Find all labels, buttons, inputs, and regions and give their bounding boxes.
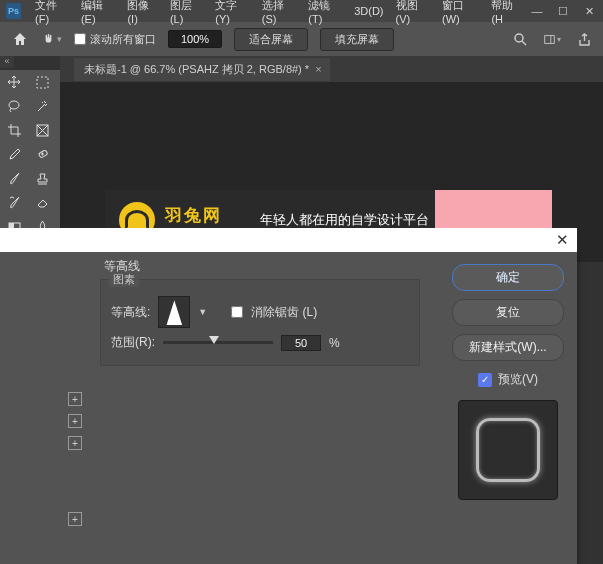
fieldset-legend: 图素 <box>109 272 139 287</box>
preview-label: 预览(V) <box>498 371 538 388</box>
menu-image[interactable]: 图像(I) <box>121 0 163 25</box>
dialog-left-panel: + + + + <box>0 258 90 564</box>
search-icon[interactable] <box>511 30 529 48</box>
app-logo: Ps <box>6 3 21 19</box>
options-bar: ▾ 滚动所有窗口 100% 适合屏幕 填充屏幕 ▾ <box>0 22 603 56</box>
scroll-all-label: 滚动所有窗口 <box>90 32 156 47</box>
chevron-down-icon[interactable]: ▼ <box>198 307 207 317</box>
menu-filter[interactable]: 滤镜(T) <box>302 0 348 25</box>
dialog-content: 等高线 图素 等高线: ▼ 消除锯齿 (L) 范围(R): 50 % <box>100 258 430 366</box>
plus-icon[interactable]: + <box>68 414 82 428</box>
menu-window[interactable]: 窗口(W) <box>436 0 485 25</box>
healing-tool-icon[interactable] <box>28 142 56 166</box>
toolbox <box>0 70 60 238</box>
zoom-level[interactable]: 100% <box>168 30 222 48</box>
preview-toggle[interactable]: ✓ 预览(V) <box>478 371 538 388</box>
style-preview <box>458 400 558 500</box>
document-tab-title: 未标题-1 @ 66.7% (PSAHZ 拷贝 2, RGB/8#) * <box>84 62 309 77</box>
chevron-down-icon: ▾ <box>57 34 62 44</box>
new-style-button[interactable]: 新建样式(W)... <box>452 334 564 361</box>
svg-point-5 <box>9 101 19 109</box>
dialog-right-panel: 确定 复位 新建样式(W)... ✓ 预览(V) <box>449 264 567 500</box>
contour-thumbnail <box>161 299 187 325</box>
hand-tool-icon[interactable]: ▾ <box>42 29 62 49</box>
crop-tool-icon[interactable] <box>0 118 28 142</box>
window-controls: — ☐ ✕ <box>529 4 597 18</box>
antialias-checkbox[interactable] <box>231 306 243 318</box>
menu-file[interactable]: 文件(F) <box>29 0 75 25</box>
style-list-item[interactable]: + <box>0 410 90 432</box>
fit-screen-button[interactable]: 适合屏幕 <box>234 28 308 51</box>
section-title: 等高线 <box>104 258 430 275</box>
range-label: 范围(R): <box>111 334 155 351</box>
range-unit: % <box>329 336 340 350</box>
menu-bar: Ps 文件(F) 编辑(E) 图像(I) 图层(L) 文字(Y) 选择(S) 滤… <box>0 0 603 22</box>
menu-help[interactable]: 帮助(H <box>485 0 529 25</box>
svg-line-1 <box>522 41 526 45</box>
menu-edit[interactable]: 编辑(E) <box>75 0 122 25</box>
close-tab-icon[interactable]: × <box>315 63 321 75</box>
brush-tool-icon[interactable] <box>0 166 28 190</box>
chevron-down-icon: ▾ <box>557 35 561 44</box>
scroll-all-windows-checkbox[interactable]: 滚动所有窗口 <box>74 32 156 47</box>
dialog-close-icon[interactable]: ✕ <box>556 231 569 249</box>
contour-picker[interactable] <box>158 296 190 328</box>
menu-3d[interactable]: 3D(D) <box>348 5 389 17</box>
frame-tool-icon[interactable] <box>28 118 56 142</box>
plus-icon[interactable]: + <box>68 512 82 526</box>
workspace-icon[interactable]: ▾ <box>543 30 561 48</box>
document-tabs: 未标题-1 @ 66.7% (PSAHZ 拷贝 2, RGB/8#) * × <box>60 56 603 82</box>
plus-icon[interactable]: + <box>68 392 82 406</box>
reset-button[interactable]: 复位 <box>452 299 564 326</box>
eyedropper-tool-icon[interactable] <box>0 142 28 166</box>
elements-fieldset: 图素 等高线: ▼ 消除锯齿 (L) 范围(R): 50 % <box>100 279 420 366</box>
share-icon[interactable] <box>575 30 593 48</box>
fill-screen-button[interactable]: 填充屏幕 <box>320 28 394 51</box>
antialias-label: 消除锯齿 (L) <box>251 304 317 321</box>
maximize-icon[interactable]: ☐ <box>555 4 571 18</box>
contour-label: 等高线: <box>111 304 150 321</box>
slider-thumb-icon[interactable] <box>209 336 219 344</box>
marquee-tool-icon[interactable] <box>28 70 56 94</box>
menu-type[interactable]: 文字(Y) <box>209 0 256 25</box>
preview-checkbox[interactable]: ✓ <box>478 373 492 387</box>
menu-select[interactable]: 选择(S) <box>256 0 303 25</box>
ok-button[interactable]: 确定 <box>452 264 564 291</box>
lasso-tool-icon[interactable] <box>0 94 28 118</box>
toolbox-collapse-icon[interactable]: « <box>0 56 14 68</box>
style-list-item[interactable]: + <box>0 432 90 454</box>
menu-layer[interactable]: 图层(L) <box>164 0 209 25</box>
range-value-input[interactable]: 50 <box>281 335 321 351</box>
minimize-icon[interactable]: — <box>529 4 545 18</box>
home-icon[interactable] <box>10 29 30 49</box>
svg-rect-4 <box>37 77 48 88</box>
menu-view[interactable]: 视图(V) <box>390 0 437 25</box>
style-list-item[interactable]: + <box>0 388 90 410</box>
eraser-tool-icon[interactable] <box>28 190 56 214</box>
document-tab[interactable]: 未标题-1 @ 66.7% (PSAHZ 拷贝 2, RGB/8#) * × <box>74 58 330 81</box>
scroll-all-checkbox[interactable] <box>74 33 86 45</box>
plus-icon[interactable]: + <box>68 436 82 450</box>
layer-style-dialog: ✕ + + + + 等高线 图素 等高线: ▼ 消除锯齿 (L) 范围(R): <box>0 252 577 564</box>
svg-point-0 <box>515 34 523 42</box>
stamp-tool-icon[interactable] <box>28 166 56 190</box>
close-icon[interactable]: ✕ <box>581 4 597 18</box>
banner-brand: 羽兔网 <box>165 204 236 227</box>
magic-wand-tool-icon[interactable] <box>28 94 56 118</box>
dialog-titlebar: ✕ <box>0 228 577 252</box>
move-tool-icon[interactable] <box>0 70 28 94</box>
options-right-tools: ▾ <box>511 30 593 48</box>
range-slider[interactable] <box>163 341 273 344</box>
history-brush-tool-icon[interactable] <box>0 190 28 214</box>
svg-rect-2 <box>545 35 555 43</box>
style-list-item[interactable]: + <box>0 508 90 530</box>
banner-slogan: 年轻人都在用的自学设计平台 <box>260 211 429 229</box>
preview-shape <box>476 418 540 482</box>
